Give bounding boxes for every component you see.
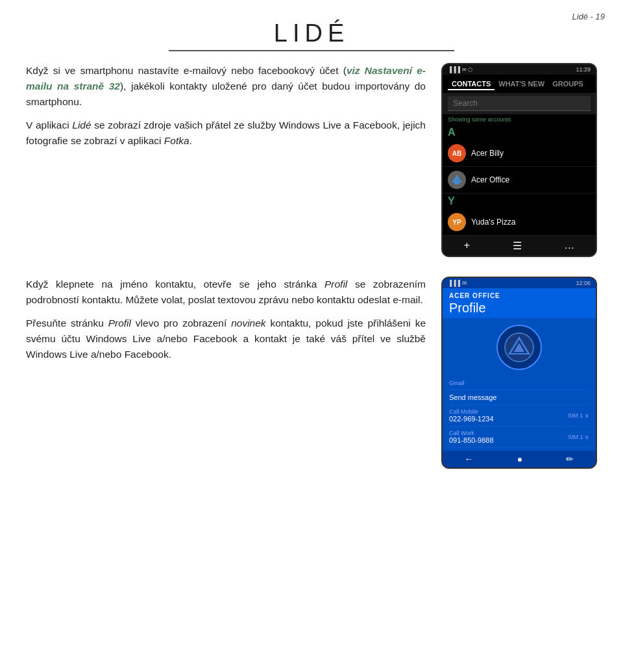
phone-search-area [443,93,596,114]
section-letter-a: A [443,125,596,140]
app-name-label: ACER OFFICE [449,292,589,299]
phone-top-bottom-bar: + ☰ … [443,236,596,256]
acer-office-icon [450,173,463,186]
avatar-acer-billy: AB [448,144,466,162]
call-mobile-number: 022-969-1234 [449,415,494,423]
call-mobile-label: Call Mobile [449,408,494,415]
phone-bottom-bottom-bar: ← ● ✏ [443,451,596,467]
bottom-paragraph-1: Když klepnete na jméno kontaktu, otevře … [26,277,426,308]
phone-top-nav: CONTACTS WHAT'S NEW GROUPS [443,75,596,93]
call-mobile-row: Call Mobile 022-969-1234 SIM 1 ∨ [449,408,589,423]
call-work-row: Call Work 091-850-9888 SIM 1 ∨ [449,430,589,444]
paragraph-1: Když si ve smartphonu nastavíte e-mailov… [26,63,426,110]
contact-name-acer-office: Acer Office [471,175,509,184]
bottom-section: Když klepnete na jméno kontaktu, otevře … [26,277,597,469]
contact-yudas-pizza[interactable]: YP Yuda's Pizza [443,209,596,236]
phone-bottom-status-bar: ▐▐▐ ✉ 12:06 [443,278,596,288]
home-button[interactable]: ● [517,454,522,464]
add-button[interactable]: + [464,240,470,252]
contact-name-yudas-pizza: Yuda's Pizza [471,218,515,227]
phone-top-mockup: ▐▐▐ ✉ ⬡ 11:29 CONTACTS WHAT'S NEW GROUPS… [441,63,597,257]
gmail-label: Gmail [449,380,589,386]
title-underline [169,50,454,51]
more-button[interactable]: … [564,240,574,252]
status-icons-bottom: ▐▐▐ ✉ [448,280,467,286]
info-call-mobile[interactable]: Call Mobile 022-969-1234 SIM 1 ∨ [449,405,589,427]
page-title-area: Lidé [26,19,597,51]
contact-acer-office[interactable]: Acer Office [443,167,596,193]
list-button[interactable]: ☰ [513,240,522,252]
tab-contacts[interactable]: CONTACTS [448,79,495,90]
call-work-number: 091-850-9888 [449,436,494,444]
info-gmail: Gmail [449,377,589,390]
status-left: ▐▐▐ ✉ ⬡ [448,66,472,73]
call-work-label: Call Work [449,430,494,436]
phone-bottom-header: ACER OFFICE Profile [443,288,596,318]
svg-marker-0 [452,175,462,182]
info-call-work[interactable]: Call Work 091-850-9888 SIM 1 ∨ [449,427,589,448]
top-text: Když si ve smartphonu nastavíte e-mailov… [26,63,426,156]
phone-bottom-info: Gmail Send message Call Mobile 022-969-1… [443,377,596,451]
send-message-value: Send message [449,393,589,401]
phone-bottom-avatar-area [443,318,596,377]
bottom-text: Když klepnete na jméno kontaktu, otevře … [26,277,426,370]
search-input[interactable] [448,96,591,111]
profile-label: Profile [449,301,589,316]
avatar-yudas-pizza: YP [448,213,466,231]
phone-bottom-mockup: ▐▐▐ ✉ 12:06 ACER OFFICE Profile [441,277,597,469]
edit-button[interactable]: ✏ [566,454,574,464]
bottom-paragraph-2: Přesuňte stránku Profil vlevo pro zobraz… [26,316,426,362]
info-send-message[interactable]: Send message [449,390,589,405]
phone-top-status-bar: ▐▐▐ ✉ ⬡ 11:29 [443,64,596,75]
page-title: Lidé [26,19,597,47]
svg-rect-1 [454,182,459,184]
acer-logo-svg [503,331,535,364]
tab-whats-new[interactable]: WHAT'S NEW [495,79,548,90]
paragraph-2: V aplikaci Lidé se zobrazí zdroje vašich… [26,118,426,149]
call-mobile-sim: SIM 1 ∨ [568,412,589,419]
page-number: Lidé - 19 [572,12,605,21]
back-button[interactable]: ← [465,454,474,464]
tab-groups[interactable]: GROUPS [548,79,587,90]
section-letter-y: Y [443,193,596,209]
avatar-acer-office [448,171,466,189]
status-time-top: 11:29 [576,66,591,73]
phone-showing: Showing some accounts [443,114,596,125]
contact-acer-billy[interactable]: AB Acer Billy [443,140,596,167]
status-time-bottom: 12:06 [576,280,591,286]
call-work-sim: SIM 1 ∨ [568,434,589,440]
top-section: Když si ve smartphonu nastavíte e-mailov… [26,63,597,257]
profile-avatar [496,325,542,370]
contact-name-acer-billy: Acer Billy [471,149,504,158]
